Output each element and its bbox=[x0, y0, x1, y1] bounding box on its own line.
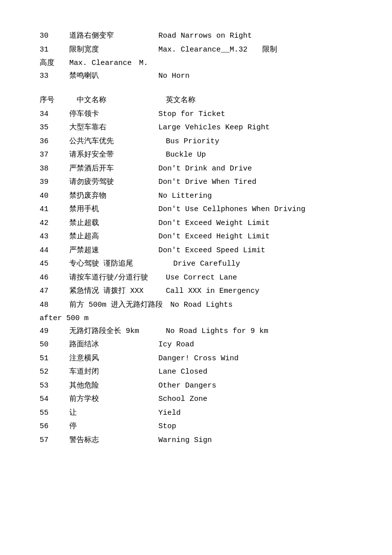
row-chinese: 禁扔废弃物 bbox=[69, 190, 158, 203]
table-row: 44严禁超速Don't Exceed Speed Limit bbox=[40, 244, 352, 257]
row-chinese: 禁用手机 bbox=[69, 203, 158, 216]
row-english: Stop for Ticket bbox=[158, 108, 352, 121]
row-chinese: 注意横风 bbox=[69, 352, 158, 365]
table-row: 57警告标志Warning Sign bbox=[40, 434, 352, 447]
row-english: Don't Exceed Speed Limit bbox=[158, 244, 352, 257]
row-english: No Road Lights for 9 km bbox=[158, 325, 352, 338]
table-row: 35大型车靠右Large Vehicles Keep Right bbox=[40, 121, 352, 134]
row-english: Large Vehicles Keep Right bbox=[158, 121, 352, 134]
main-content: 30道路右侧变窄Road Narrows on Right31限制宽度Max. … bbox=[40, 30, 352, 446]
row-chinese: 专心驾驶 谨防追尾 bbox=[69, 258, 158, 271]
table-row: 55让Yield bbox=[40, 407, 352, 420]
row-continuation: after 500 m bbox=[40, 312, 352, 325]
row-chinese: 限制宽度 bbox=[69, 44, 158, 56]
row-main: 31限制宽度Max. Clearance__M.32 限制 bbox=[40, 44, 352, 56]
row-chinese: 警告标志 bbox=[69, 434, 158, 447]
row-number: 56 bbox=[40, 420, 69, 433]
header-num: 序号 bbox=[40, 94, 69, 107]
row-number: 49 bbox=[40, 325, 69, 338]
row-english: Don't Exceed Height Limit bbox=[158, 230, 352, 243]
row-chinese: 紧急情况 请拨打 XXX bbox=[69, 285, 158, 298]
row-chinese: 严禁超速 bbox=[69, 244, 158, 257]
table-row: 37请系好安全带 Buckle Up bbox=[40, 149, 352, 162]
row-chinese: 请勿疲劳驾驶 bbox=[69, 176, 158, 189]
table-row: 34停车领卡Stop for Ticket bbox=[40, 108, 352, 121]
row-number: 52 bbox=[40, 366, 69, 379]
row-main: 33禁鸣喇叭No Horn bbox=[40, 70, 352, 83]
table-row: 50路面结冰Icy Road bbox=[40, 338, 352, 351]
row-chinese: 无路灯路段全长 9km bbox=[69, 325, 158, 338]
table-row: 51注意横风Danger! Cross Wind bbox=[40, 352, 352, 365]
row-english: Buckle Up bbox=[158, 149, 352, 162]
row-number: 30 bbox=[40, 30, 69, 43]
row-chinese: 禁止超高 bbox=[69, 230, 158, 243]
row-english: Yield bbox=[158, 407, 352, 420]
row-main: 50路面结冰Icy Road bbox=[40, 338, 352, 351]
row-english: No Horn bbox=[158, 70, 352, 83]
header-en: 英文名称 bbox=[158, 94, 352, 107]
table-header: 序号 中文名称 英文名称 bbox=[40, 94, 352, 107]
row-english: Stop bbox=[158, 420, 352, 433]
row-english: Warning Sign bbox=[158, 434, 352, 447]
row-main: 48前方 500m 进入无路灯路段 No Road Lights bbox=[40, 299, 352, 312]
table-row: 46请按车道行驶/分道行驶 Use Correct Lane bbox=[40, 272, 352, 284]
table-row: 31限制宽度Max. Clearance__M.32 限制高度 Max. Cle… bbox=[40, 44, 352, 70]
table-row: 38严禁酒后开车Don't Drink and Drive bbox=[40, 163, 352, 175]
row-main: 47紧急情况 请拨打 XXX Call XXX in Emergency bbox=[40, 285, 352, 298]
row-english: Don't Use Cellphones When Driving bbox=[158, 203, 352, 216]
row-main: 52车道封闭Lane Closed bbox=[40, 366, 352, 379]
row-main: 37请系好安全带 Buckle Up bbox=[40, 149, 352, 162]
row-continuation: 高度 Max. Clearance M. bbox=[40, 57, 352, 70]
spacer bbox=[40, 83, 352, 94]
row-english: Drive Carefully bbox=[158, 258, 352, 271]
row-chinese: 前方学校 bbox=[69, 393, 158, 406]
row-number: 36 bbox=[40, 135, 69, 148]
row-number: 57 bbox=[40, 434, 69, 447]
row-number: 34 bbox=[40, 108, 69, 121]
row-english: Call XXX in Emergency bbox=[158, 285, 352, 298]
row-main: 56停Stop bbox=[40, 420, 352, 433]
row-main: 53其他危险Other Dangers bbox=[40, 380, 352, 392]
row-number: 48 bbox=[40, 299, 69, 312]
row-number: 42 bbox=[40, 217, 69, 230]
table-row: 48前方 500m 进入无路灯路段 No Road Lightsafter 50… bbox=[40, 299, 352, 325]
row-chinese: 请按车道行驶/分道行驶 bbox=[69, 272, 158, 284]
row-main: 51注意横风Danger! Cross Wind bbox=[40, 352, 352, 365]
row-number: 43 bbox=[40, 230, 69, 243]
row-number: 35 bbox=[40, 121, 69, 134]
table-row: 43禁止超高Don't Exceed Height Limit bbox=[40, 230, 352, 243]
row-number: 44 bbox=[40, 244, 69, 257]
table-row: 41禁用手机Don't Use Cellphones When Driving bbox=[40, 203, 352, 216]
table-row: 33禁鸣喇叭No Horn bbox=[40, 70, 352, 83]
row-chinese: 前方 500m 进入无路灯路段 bbox=[69, 299, 163, 312]
row-english: Bus Priority bbox=[158, 135, 352, 148]
row-number: 45 bbox=[40, 258, 69, 271]
row-english: Max. Clearance__M.32 限制 bbox=[158, 44, 352, 56]
row-number: 50 bbox=[40, 338, 69, 351]
row-main: 40禁扔废弃物No Littering bbox=[40, 190, 352, 203]
table-row: 56停Stop bbox=[40, 420, 352, 433]
row-main: 54前方学校School Zone bbox=[40, 393, 352, 406]
table-row: 54前方学校School Zone bbox=[40, 393, 352, 406]
row-number: 31 bbox=[40, 44, 69, 56]
row-main: 44严禁超速Don't Exceed Speed Limit bbox=[40, 244, 352, 257]
row-number: 37 bbox=[40, 149, 69, 162]
row-main: 43禁止超高Don't Exceed Height Limit bbox=[40, 230, 352, 243]
row-main: 46请按车道行驶/分道行驶 Use Correct Lane bbox=[40, 272, 352, 284]
row-chinese: 车道封闭 bbox=[69, 366, 158, 379]
row-main: 34停车领卡Stop for Ticket bbox=[40, 108, 352, 121]
row-main: 42禁止超载Don't Exceed Weight Limit bbox=[40, 217, 352, 230]
row-chinese: 大型车靠右 bbox=[69, 121, 158, 134]
row-chinese: 禁止超载 bbox=[69, 217, 158, 230]
row-english: School Zone bbox=[158, 393, 352, 406]
row-english: Lane Closed bbox=[158, 366, 352, 379]
row-main: 57警告标志Warning Sign bbox=[40, 434, 352, 447]
row-chinese: 让 bbox=[69, 407, 158, 420]
row-number: 46 bbox=[40, 272, 69, 284]
row-number: 40 bbox=[40, 190, 69, 203]
row-main: 30道路右侧变窄Road Narrows on Right bbox=[40, 30, 352, 43]
table-row: 30道路右侧变窄Road Narrows on Right bbox=[40, 30, 352, 43]
row-number: 41 bbox=[40, 203, 69, 216]
row-chinese: 停车领卡 bbox=[69, 108, 158, 121]
row-main: 36公共汽车优先 Bus Priority bbox=[40, 135, 352, 148]
